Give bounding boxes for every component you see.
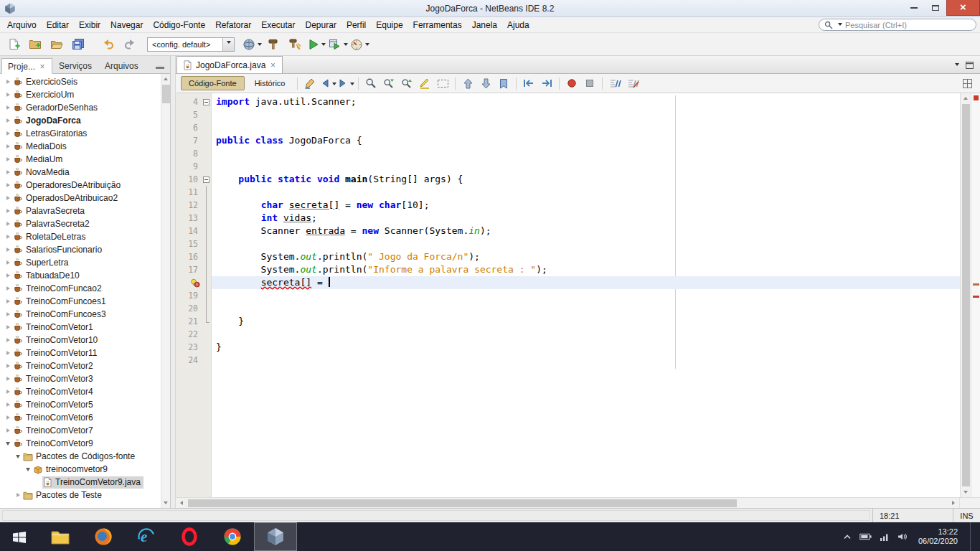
- build-project-button[interactable]: [263, 34, 283, 55]
- tree-item-content[interactable]: ExercicioUm: [12, 89, 77, 101]
- project-tabuadade10[interactable]: TabuadaDe10: [0, 269, 170, 282]
- close-tab-icon[interactable]: [39, 63, 46, 70]
- project-palavrasecreta2[interactable]: PalavraSecreta2: [0, 217, 170, 230]
- tree-item-content[interactable]: MediaUm: [12, 154, 65, 166]
- tree-item-content[interactable]: TreinoComFuncoes1: [12, 296, 109, 308]
- expand-handle-icon[interactable]: [3, 415, 12, 420]
- project-treinocomvetor9[interactable]: TreinoComVetor9: [0, 437, 170, 450]
- find-previous-button[interactable]: [399, 75, 415, 91]
- toggle-bookmark-button[interactable]: [496, 75, 512, 91]
- code-line-7[interactable]: 7public class JogoDaForca {: [176, 134, 960, 147]
- dropdown-caret-icon[interactable]: [344, 43, 348, 48]
- tree-item-content[interactable]: LetrasGiratorias: [12, 128, 90, 140]
- tree-item-content[interactable]: TreinoComVetor3: [12, 373, 96, 385]
- scroll-down-icon[interactable]: [961, 488, 971, 497]
- tree-item-content[interactable]: TreinoComVetor1: [12, 321, 96, 334]
- expand-handle-icon[interactable]: [3, 209, 12, 213]
- tree-item-content[interactable]: PalavraSecreta: [12, 205, 88, 217]
- uncomment-button[interactable]: [625, 75, 641, 91]
- tree-item-content[interactable]: RoletaDeLetras: [12, 231, 88, 243]
- rect-selection-button[interactable]: [435, 75, 451, 91]
- code-line-5[interactable]: 5: [176, 108, 960, 121]
- menu-executar[interactable]: Executar: [256, 18, 300, 32]
- tree-item-content[interactable]: OperadosDeAtribuicao2: [12, 192, 121, 204]
- forward-button[interactable]: [338, 75, 354, 91]
- menu-equipe[interactable]: Equipe: [371, 18, 407, 32]
- combo-arrow-icon[interactable]: [222, 38, 234, 51]
- tree-item-content[interactable]: TreinoComVetor4: [12, 386, 96, 398]
- next-occurrence-button[interactable]: [478, 75, 494, 91]
- taskbar-chrome-button[interactable]: [211, 522, 254, 551]
- expand-handle-icon[interactable]: [3, 402, 12, 407]
- panel-tab-servicos[interactable]: Serviços: [52, 57, 98, 73]
- expand-handle-icon[interactable]: [3, 170, 12, 174]
- menu-refatorar[interactable]: Refatorar: [210, 18, 256, 32]
- project-treinocomfuncao2[interactable]: TreinoComFuncao2: [0, 282, 170, 295]
- menu-depurar[interactable]: Depurar: [301, 18, 341, 32]
- tree-item-content[interactable]: treinocomvetor9: [32, 463, 110, 476]
- expand-handle-icon[interactable]: [3, 286, 12, 291]
- expand-handle-icon[interactable]: [3, 390, 12, 394]
- panel-tab-arquivos[interactable]: Arquivos: [98, 57, 145, 73]
- project-operadoresdeatribuicao[interactable]: OperadoresDeAtribuição: [0, 179, 170, 192]
- project-treinocomvetor3[interactable]: TreinoComVetor3: [0, 372, 170, 385]
- code-line-23[interactable]: 23}: [176, 341, 960, 354]
- tree-item-pacotes-de-codigos-fonte[interactable]: Pacotes de Códigos-fonte: [0, 450, 170, 463]
- code-line-24[interactable]: 24: [176, 354, 960, 367]
- expand-handle-icon[interactable]: [3, 93, 12, 97]
- project-salariosfuncionario[interactable]: SalariosFuncionario: [0, 243, 170, 256]
- tree-item-content[interactable]: PalavraSecreta2: [12, 218, 93, 230]
- code-line-21[interactable]: 21 }: [176, 315, 960, 328]
- menu-ferramentas[interactable]: Ferramentas: [408, 18, 467, 32]
- menu-codigo-fonte[interactable]: Código-Fonte: [148, 18, 210, 32]
- tree-item-content[interactable]: NovaMedia: [12, 166, 72, 179]
- project-treinocomvetor6[interactable]: TreinoComVetor6: [0, 411, 170, 424]
- project-treinocomvetor4[interactable]: TreinoComVetor4: [0, 385, 170, 398]
- taskbar-clock[interactable]: 13:22 06/02/2020: [915, 527, 958, 546]
- error-stripe[interactable]: [971, 93, 980, 497]
- dropdown-caret-icon[interactable]: [350, 83, 354, 88]
- tree-item-content[interactable]: MediaDois: [12, 141, 70, 153]
- fold-margin[interactable]: [202, 173, 212, 186]
- panel-splitter[interactable]: [171, 56, 176, 508]
- split-editor-button[interactable]: [959, 75, 975, 91]
- tree-item-content[interactable]: TreinoComVetor2: [12, 360, 96, 372]
- shift-right-button[interactable]: [539, 75, 555, 91]
- expand-handle-icon[interactable]: [3, 338, 12, 342]
- code-line-9[interactable]: 9: [176, 160, 960, 173]
- tree-item-content[interactable]: SuperLetra: [12, 257, 71, 269]
- expand-handle-icon[interactable]: [3, 364, 12, 368]
- tree-item-pacotes-de-teste[interactable]: Pacotes de Teste: [0, 489, 170, 501]
- maximize-editor-icon[interactable]: [965, 61, 974, 70]
- tree-item-content[interactable]: TreinoComVetor6: [12, 412, 96, 424]
- close-button[interactable]: [946, 0, 980, 16]
- project-exercicioseis[interactable]: ExercicioSeis: [0, 75, 170, 88]
- code-line-19[interactable]: 19: [176, 289, 960, 302]
- expand-handle-icon[interactable]: [3, 377, 12, 381]
- code-line-10[interactable]: 10 public static void main(String[] args…: [176, 173, 960, 186]
- deploy-button[interactable]: [242, 34, 262, 55]
- project-superletra[interactable]: SuperLetra: [0, 256, 170, 269]
- expand-handle-icon[interactable]: [3, 248, 12, 252]
- expand-handle-icon[interactable]: [3, 235, 12, 239]
- project-treinocomvetor10[interactable]: TreinoComVetor10: [0, 334, 170, 347]
- scroll-left-icon[interactable]: [176, 498, 187, 509]
- tree-item-content[interactable]: TabuadaDe10: [12, 270, 83, 282]
- error-stripe-mark[interactable]: [973, 283, 979, 286]
- tree-item-content[interactable]: SalariosFuncionario: [12, 244, 105, 256]
- tree-item-content[interactable]: TreinoComVetor10: [12, 334, 100, 347]
- tree-item-content[interactable]: GeradorDeSenhas: [12, 102, 100, 114]
- search-input[interactable]: Pesquisar (Ctrl+I): [819, 19, 976, 31]
- expand-handle-icon[interactable]: [3, 428, 12, 433]
- dropdown-caret-icon[interactable]: [332, 83, 336, 88]
- expand-handle-icon[interactable]: [13, 493, 22, 497]
- collapse-handle-icon[interactable]: [23, 465, 32, 474]
- project-novamedia[interactable]: NovaMedia: [0, 166, 170, 179]
- project-jogodaforca[interactable]: JogoDaForca: [0, 114, 170, 127]
- menu-ajuda[interactable]: Ajuda: [502, 18, 534, 32]
- fold-collapse-icon[interactable]: [203, 99, 209, 105]
- project-treinocomvetor5[interactable]: TreinoComVetor5: [0, 398, 170, 411]
- code-line-11[interactable]: 11: [176, 186, 960, 199]
- open-project-button[interactable]: [47, 34, 67, 55]
- new-file-button[interactable]: [4, 34, 24, 55]
